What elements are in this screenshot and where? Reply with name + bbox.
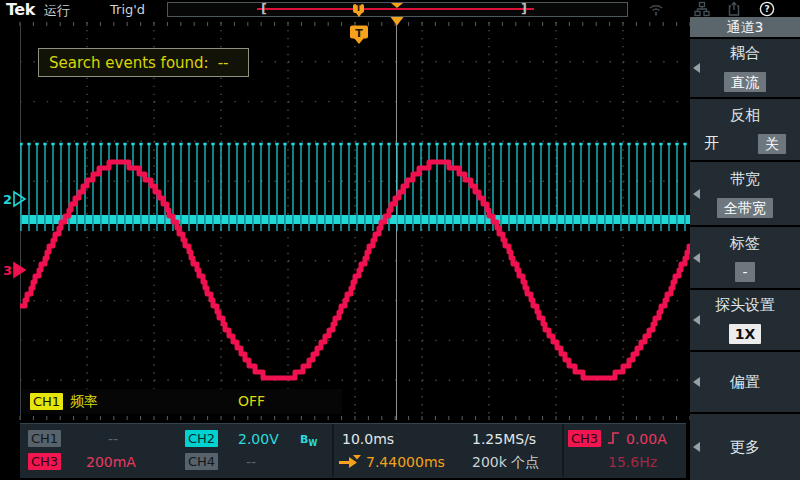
sidebar-item-bandwidth[interactable]: 带宽 全带宽: [690, 162, 800, 225]
ch2-bandwidth-limit-icon: BW: [300, 433, 317, 448]
invert-label: 反相: [730, 106, 760, 125]
ch3-badge[interactable]: CH3: [28, 453, 61, 470]
sidebar-item-invert[interactable]: 反相 开 关: [690, 99, 800, 160]
sidebar-title: 通道3: [690, 17, 800, 37]
label-value[interactable]: -: [735, 262, 754, 282]
probe-setup-value[interactable]: 1X: [729, 324, 762, 344]
svg-text:2: 2: [3, 192, 12, 207]
sidebar-item-offset[interactable]: 偏置: [690, 352, 800, 412]
zoom-preview-bar[interactable]: [ ] T: [167, 2, 628, 17]
delay-arrow-icon: [338, 455, 362, 470]
bw-sub: W: [308, 439, 317, 448]
coupling-value[interactable]: 直流: [724, 72, 766, 92]
status-divider: [332, 424, 334, 477]
expand-left-icon[interactable]: [693, 253, 700, 263]
sample-rate: 1.25MS/s: [472, 431, 536, 447]
coupling-label: 耦合: [730, 44, 760, 63]
probe-setup-label: 探头设置: [715, 296, 775, 315]
trigger-slope-rising-icon: [606, 430, 622, 446]
expand-left-icon[interactable]: [693, 377, 700, 387]
ch2-badge[interactable]: CH2: [185, 430, 218, 447]
record-view-right-bracket: ]: [521, 1, 527, 16]
sidebar-item-coupling[interactable]: 耦合 直流: [690, 39, 800, 97]
ch4-badge[interactable]: CH4: [185, 453, 218, 470]
measurement-name: 频率: [70, 393, 98, 411]
more-label: 更多: [730, 438, 760, 457]
sidebar-item-more[interactable]: 更多: [690, 414, 800, 480]
invert-on-option[interactable]: 开: [704, 134, 719, 153]
offset-label: 偏置: [730, 373, 760, 392]
oscilloscope-screen: T23 Tek 运行 Trig'd [ ] T ? Search events …: [0, 0, 800, 480]
trigger-position-badge[interactable]: T: [353, 4, 364, 13]
search-events-overlay: Search events found: --: [38, 48, 249, 77]
ch2-scale-value: 2.00V: [238, 431, 279, 447]
invert-off-option[interactable]: 关: [758, 134, 786, 154]
record-view-left-bracket: [: [261, 1, 267, 16]
measurement-channel-badge: CH1: [30, 393, 63, 410]
svg-text:T: T: [355, 27, 363, 40]
svg-text:?: ?: [764, 4, 769, 14]
trigger-level[interactable]: 0.00A: [626, 431, 667, 447]
help-icon[interactable]: ?: [759, 1, 775, 17]
sidebar-item-label[interactable]: 标签 -: [690, 227, 800, 288]
status-bar: CH1 -- CH2 2.00V BW CH3 200mA CH4 -- 10.…: [20, 423, 686, 478]
ch4-scale-value: --: [246, 454, 256, 470]
status-divider: [562, 424, 564, 477]
horizontal-delay[interactable]: 7.44000ms: [366, 454, 445, 470]
share-export-icon[interactable]: [726, 1, 742, 17]
record-view-line: [257, 8, 534, 10]
trigger-frequency: 15.6Hz: [608, 454, 657, 470]
record-length: 200k 个点: [472, 454, 539, 472]
trigger-position-marker-icon[interactable]: [391, 3, 403, 8]
ch1-scale-value: --: [108, 431, 118, 447]
tek-logo: Tek: [6, 0, 35, 19]
trigger-source-badge[interactable]: CH3: [568, 430, 601, 447]
expand-left-icon[interactable]: [693, 189, 700, 199]
expand-left-icon[interactable]: [693, 315, 700, 325]
wifi-icon: [648, 1, 664, 17]
bandwidth-value[interactable]: 全带宽: [717, 198, 773, 218]
ch3-scale-value: 200mA: [86, 454, 136, 470]
ch1-badge[interactable]: CH1: [28, 430, 61, 447]
search-events-count: --: [218, 54, 229, 72]
label-label: 标签: [730, 234, 760, 253]
measurement-readout-bar[interactable]: CH1 频率 OFF: [22, 389, 342, 414]
expand-left-icon[interactable]: [693, 63, 700, 73]
sidebar-item-probe-setup[interactable]: 探头设置 1X: [690, 290, 800, 350]
search-events-label: Search events found:: [49, 54, 209, 72]
bandwidth-label: 带宽: [730, 170, 760, 189]
trigger-status: Trig'd: [110, 2, 145, 17]
acquisition-run-state: 运行: [44, 2, 70, 20]
invert-options: 开 关: [690, 134, 800, 154]
svg-text:3: 3: [3, 263, 12, 278]
expand-left-icon[interactable]: [693, 442, 700, 452]
horizontal-scale[interactable]: 10.0ms: [342, 431, 394, 447]
network-icon: [694, 1, 710, 17]
measurement-value: OFF: [238, 393, 265, 409]
